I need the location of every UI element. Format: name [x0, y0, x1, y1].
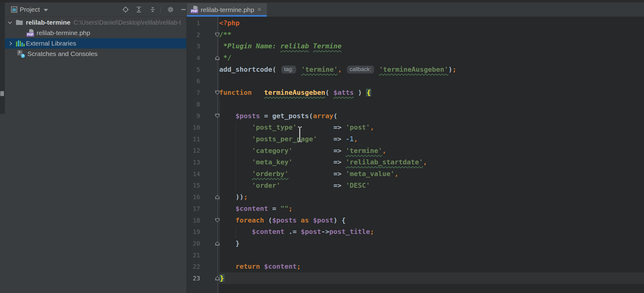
code-line[interactable]: function termineAusgeben( $atts ) { [219, 87, 371, 98]
tree-path: C:\Users\Daniel\Desktop\relilab\relilab-… [74, 19, 181, 26]
code-line[interactable]: } [219, 272, 224, 284]
project-panel-header: Project [5, 2, 186, 17]
gutter-cell: 5 [186, 64, 219, 75]
line-number[interactable]: 10 [193, 124, 200, 131]
tree-item-external-libraries[interactable]: External Libraries [5, 38, 186, 49]
line-number[interactable]: 19 [193, 228, 200, 235]
code-line[interactable]: $content .= $post->post_title; [219, 226, 374, 238]
fold-collapse-icon[interactable] [215, 33, 219, 37]
line-number[interactable]: 3 [196, 42, 200, 50]
project-stripe-button[interactable]: Project [0, 14, 0, 31]
fold-collapse-icon[interactable] [215, 90, 219, 95]
code-line[interactable]: $posts = get_posts(array( [219, 110, 337, 122]
code-line[interactable]: 'meta_key' => 'relilab_startdate', [219, 156, 427, 168]
code-line[interactable]: )); [219, 191, 248, 203]
line-number[interactable]: 13 [193, 159, 200, 166]
editor-lines: 1<?php2/**3 *Plugin Name: relilab Termin… [186, 17, 644, 284]
code-line[interactable]: <?php [219, 17, 239, 29]
code-line[interactable]: return $content; [219, 261, 301, 272]
line-number[interactable]: 22 [193, 263, 200, 270]
code-editor[interactable]: 1<?php2/**3 *Plugin Name: relilab Termin… [186, 17, 644, 293]
fold-expand-icon[interactable] [215, 195, 219, 199]
gutter-cell: 12 [186, 145, 219, 157]
line-number[interactable]: 20 [193, 240, 200, 247]
editor-line-15: 15 'order' => 'DESC' [186, 180, 644, 191]
line-number[interactable]: 7 [196, 89, 200, 96]
fold-expand-icon[interactable] [215, 56, 219, 60]
chevron-down-icon[interactable] [8, 20, 12, 24]
editor-line-2: 2/** [186, 29, 644, 41]
gutter-cell: 11 [186, 133, 219, 145]
code-line[interactable]: foreach ($posts as $post) { [219, 215, 346, 226]
library-icon [16, 40, 23, 47]
tree-item-scratches[interactable]: Scratches and Consoles [5, 49, 186, 59]
editor-line-4: 4 */ [186, 52, 644, 64]
gutter-cell: 17 [186, 203, 219, 215]
inlay-hint: tag: [281, 66, 296, 74]
line-number[interactable]: 12 [193, 147, 200, 154]
code-line[interactable]: *Plugin Name: relilab Termine [219, 40, 341, 52]
line-number[interactable]: 16 [193, 193, 200, 201]
editor-line-10: 10 'post_type' => 'post', [186, 122, 644, 133]
tree-item-project-root[interactable]: relilab-termineC:\Users\Daniel\Desktop\r… [5, 17, 186, 28]
collapse-all-icon[interactable] [149, 6, 156, 13]
hide-panel-icon[interactable] [180, 6, 187, 13]
chevron-right-icon[interactable] [8, 42, 12, 46]
gutter-cell: 21 [186, 249, 219, 261]
line-number[interactable]: 9 [196, 112, 200, 119]
select-opened-file-icon[interactable] [122, 6, 129, 13]
editor-line-9: 9 $posts = get_posts(array( [186, 110, 644, 122]
code-line[interactable]: /** [219, 29, 231, 41]
chevron-down-icon[interactable] [44, 9, 48, 11]
code-line[interactable]: 'category' => 'termine', [219, 145, 386, 157]
toolbar-divider [160, 7, 161, 13]
editor-tab-bar: PHP relilab-termine.php × [186, 2, 644, 17]
project-tool-strip: Project [0, 2, 5, 293]
code-line[interactable]: 'orderby' => 'meta_value', [219, 168, 399, 180]
tab-title[interactable]: relilab-termine.php [201, 6, 254, 14]
line-number[interactable]: 23 [193, 275, 200, 282]
tree-item-php-file[interactable]: PHPrelilab-termine.php [5, 28, 186, 38]
line-number[interactable]: 1 [196, 19, 200, 27]
gutter-cell: 18 [186, 215, 219, 226]
gutter-cell: 2 [186, 29, 219, 41]
line-number[interactable]: 11 [193, 135, 200, 143]
line-number[interactable]: 6 [196, 77, 200, 85]
stripe-bookmark-icon[interactable] [0, 91, 4, 96]
fold-expand-icon[interactable] [215, 276, 219, 280]
editor-line-7: 7function termineAusgeben( $atts ) { [186, 87, 644, 98]
code-line[interactable]: */ [219, 52, 231, 64]
tab-close-icon[interactable]: × [257, 6, 261, 14]
fold-expand-icon[interactable] [215, 241, 219, 246]
code-line[interactable]: 'posts_per_page' => -1, [219, 133, 358, 145]
code-line[interactable]: 'order' => 'DESC' [219, 180, 370, 191]
tab-relilab-termine-php[interactable]: PHP relilab-termine.php × [187, 3, 267, 17]
line-number[interactable]: 21 [193, 251, 200, 259]
code-line[interactable]: add_shortcode( tag: 'termine', callback:… [219, 64, 457, 75]
editor-line-18: 18 foreach ($posts as $post) { [186, 215, 644, 226]
gutter-cell: 14 [186, 168, 219, 180]
editor-line-13: 13 'meta_key' => 'relilab_startdate', [186, 156, 644, 168]
gutter-cell: 22 [186, 261, 219, 272]
line-number[interactable]: 5 [196, 66, 200, 73]
gutter-cell: 19 [186, 226, 219, 238]
scratches-icon [17, 50, 25, 58]
expand-all-icon[interactable] [135, 6, 142, 13]
fold-collapse-icon[interactable] [215, 114, 219, 118]
line-number[interactable]: 8 [196, 101, 200, 108]
line-number[interactable]: 17 [193, 205, 200, 212]
line-number[interactable]: 14 [193, 170, 200, 178]
editor-line-5: 5add_shortcode( tag: 'termine', callback… [186, 64, 644, 75]
code-line[interactable]: } [219, 238, 239, 249]
line-number[interactable]: 4 [196, 54, 200, 62]
settings-gear-icon[interactable] [167, 6, 174, 13]
line-number[interactable]: 15 [193, 182, 200, 189]
fold-collapse-icon[interactable] [215, 218, 219, 223]
line-number[interactable]: 2 [196, 31, 200, 38]
tree-label: External Libraries [26, 40, 76, 47]
code-line[interactable]: $content = ""; [219, 203, 292, 215]
line-number[interactable]: 18 [193, 217, 200, 224]
php-file-icon: PHP [191, 6, 198, 13]
panel-title[interactable]: Project [20, 6, 40, 13]
code-line[interactable]: 'post_type' => 'post', [219, 122, 374, 133]
